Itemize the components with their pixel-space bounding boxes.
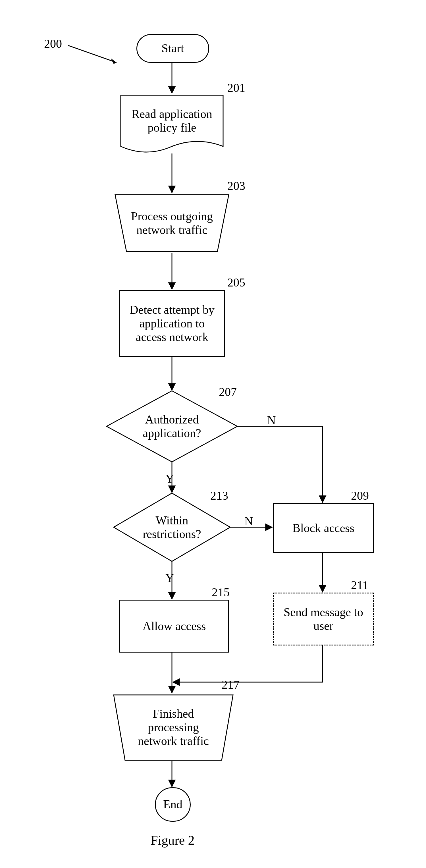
connectors bbox=[0, 0, 426, 868]
flowchart-figure: 200 Start 201 Read applicationpolicy fil… bbox=[0, 0, 426, 868]
